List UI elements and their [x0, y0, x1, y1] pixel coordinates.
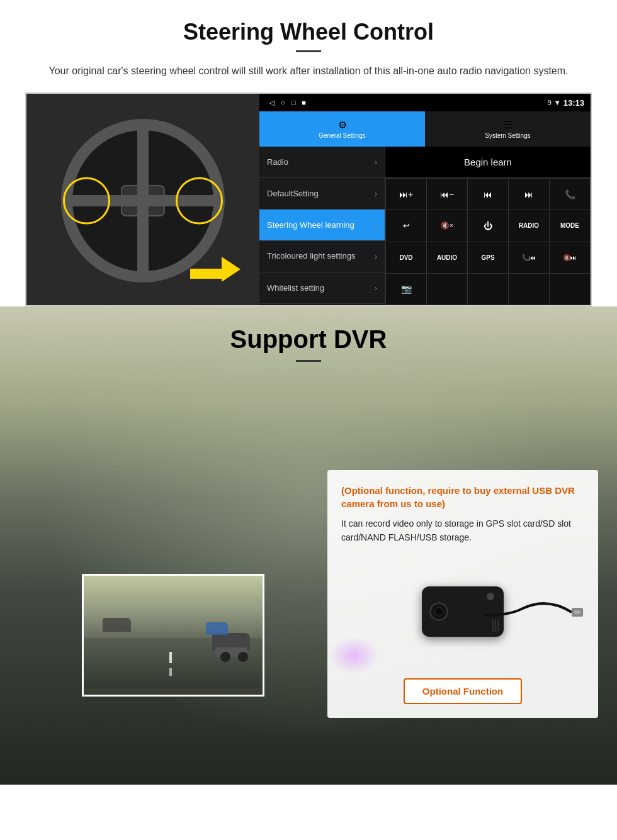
status-time: 13:13 [563, 98, 584, 108]
wheel-spoke-vertical [137, 130, 149, 271]
section-subtitle: Your original car's steering wheel contr… [25, 64, 592, 79]
menu-tricoloured-label: Tricoloured light settings [267, 251, 355, 262]
dvr-camera-image [341, 555, 584, 668]
prev-track-button[interactable]: ⏮ [468, 179, 508, 210]
phone-button[interactable]: 📞 [550, 179, 590, 210]
steering-learning-panel: Begin learn ⏭+ ⏮− ⏮ ⏭ 📞 ↩ 🔇× ⏻ RADIO MOD… [385, 147, 591, 305]
menu-default-label: DefaultSetting [267, 189, 319, 198]
mute-next-button[interactable]: 🔇⏭ [550, 242, 590, 273]
camera-button[interactable]: 📷 [386, 274, 426, 305]
function-button-grid: ⏭+ ⏮− ⏮ ⏭ 📞 ↩ 🔇× ⏻ RADIO MODE DVD AUDIO … [385, 178, 591, 305]
mode-button[interactable]: MODE [550, 210, 590, 241]
dvr-screenshot-thumbnail [82, 574, 264, 697]
steering-arrow [190, 257, 241, 283]
menu-item-radio[interactable]: Radio › [259, 147, 385, 178]
general-settings-icon: ⚙ [338, 119, 347, 131]
wifi-icon: ▼ [554, 99, 561, 106]
next-track-button[interactable]: ⏭ [509, 179, 549, 210]
svg-rect-1 [574, 610, 580, 614]
dvr-screenshot-inner [84, 576, 263, 695]
chevron-icon: › [375, 221, 377, 230]
usb-cable [484, 596, 584, 634]
vol-up-button[interactable]: ⏭+ [386, 179, 426, 210]
chevron-icon: › [375, 284, 377, 293]
title-divider [296, 50, 321, 52]
begin-learn-button[interactable]: Begin learn [464, 157, 512, 167]
chevron-icon: › [375, 189, 377, 198]
android-panel: ◁ ○ □ ■ 9 ▼ 13:13 ⚙ General Settings ☰ S… [259, 94, 591, 305]
settings-menu-list: Radio › DefaultSetting › Steering Wheel … [259, 147, 385, 305]
chevron-icon: › [375, 252, 377, 261]
power-button[interactable]: ⏻ [468, 210, 508, 241]
dvr-title-area: Support DVR [0, 306, 617, 362]
android-menu: Radio › DefaultSetting › Steering Wheel … [259, 147, 591, 305]
arrow-body [190, 269, 222, 279]
phone-prev-button[interactable]: 📞⏮ [509, 242, 549, 273]
wheel-circle-right [176, 177, 223, 225]
tab-system-settings[interactable]: ☰ System Settings [425, 111, 591, 147]
camera-light-effect [329, 637, 379, 675]
dvr-description: It can record video only to storage in G… [341, 517, 584, 545]
arrow-head [222, 257, 241, 282]
wheel-circle-left [63, 177, 110, 225]
menu-item-tricoloured[interactable]: Tricoloured light settings › [259, 241, 385, 272]
steering-ui-container: ◁ ○ □ ■ 9 ▼ 13:13 ⚙ General Settings ☰ S… [25, 92, 592, 306]
chevron-icon: › [375, 158, 377, 167]
empty-btn-4 [550, 274, 590, 305]
menu-radio-label: Radio [267, 157, 288, 167]
camera-lens [429, 602, 448, 621]
dvr-optional-text: (Optional function, require to buy exter… [341, 484, 584, 510]
empty-btn-2 [468, 274, 508, 305]
gps-button[interactable]: GPS [468, 242, 508, 273]
mute-button[interactable]: 🔇× [427, 210, 467, 241]
android-tabs: ⚙ General Settings ☰ System Settings [259, 111, 591, 147]
menu-item-steering[interactable]: Steering Wheel learning › [259, 210, 385, 241]
system-settings-icon: ☰ [504, 119, 512, 131]
vol-down-button[interactable]: ⏮− [427, 179, 467, 210]
begin-learn-row: Begin learn [385, 147, 591, 178]
tab-general-label: General Settings [319, 132, 366, 139]
back-icon: ◁ [269, 99, 275, 107]
hang-up-button[interactable]: ↩ [386, 210, 426, 241]
empty-btn-1 [427, 274, 467, 305]
dvr-info-card: (Optional function, require to buy exter… [327, 470, 598, 718]
dvr-section: Support DVR (O [0, 306, 617, 785]
tab-general-settings[interactable]: ⚙ General Settings [259, 111, 425, 147]
status-bar: ◁ ○ □ ■ 9 ▼ 13:13 [259, 94, 591, 111]
optional-function-button[interactable]: Optional Function [404, 678, 522, 704]
menu-icon: ■ [302, 99, 306, 106]
menu-item-whitelist[interactable]: Whitelist setting › [259, 272, 385, 304]
dvr-divider [296, 360, 321, 362]
menu-steering-label: Steering Wheel learning [267, 220, 354, 230]
home-icon: ○ [281, 99, 285, 106]
status-bar-left: ◁ ○ □ ■ [269, 99, 306, 107]
steering-photo [26, 94, 259, 306]
radio-button[interactable]: RADIO [509, 210, 549, 241]
signal-icon: 9 [548, 99, 552, 106]
menu-item-defaultsetting[interactable]: DefaultSetting › [259, 178, 385, 210]
steering-section: Steering Wheel Control Your original car… [0, 0, 617, 306]
menu-whitelist-label: Whitelist setting [267, 283, 324, 293]
tab-system-label: System Settings [485, 132, 530, 139]
dvr-section-title: Support DVR [0, 325, 617, 354]
dvd-button[interactable]: DVD [386, 242, 426, 273]
recents-icon: □ [292, 99, 296, 106]
audio-button[interactable]: AUDIO [427, 242, 467, 273]
page-title: Steering Wheel Control [25, 19, 592, 45]
empty-btn-3 [509, 274, 549, 305]
